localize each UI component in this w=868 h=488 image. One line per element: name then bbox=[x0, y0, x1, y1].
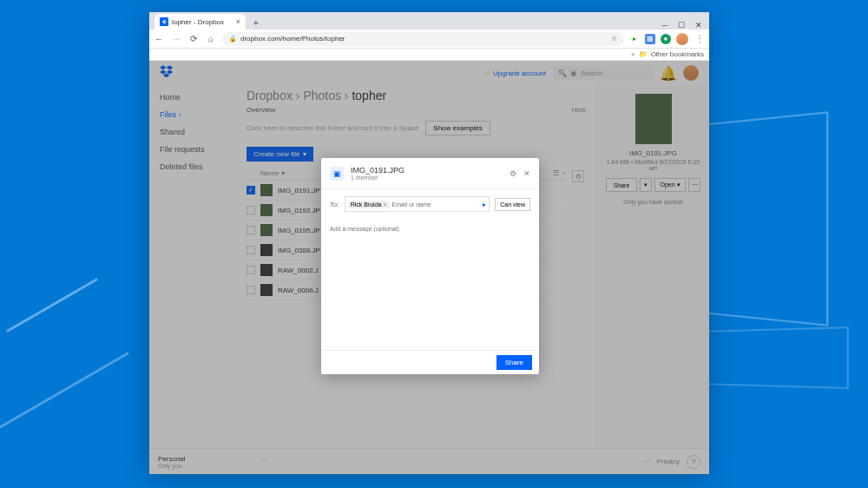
home-icon[interactable]: ⌂ bbox=[205, 33, 217, 45]
gear-icon[interactable]: ⚙ bbox=[510, 169, 516, 178]
url-text: dropbox.com/home/Photos/topher bbox=[240, 35, 345, 43]
email-input[interactable] bbox=[392, 201, 481, 208]
dropbox-favicon: ⬖ bbox=[160, 17, 168, 26]
tab-title: topher - Dropbox bbox=[172, 18, 224, 26]
other-bookmarks[interactable]: Other bookmarks bbox=[651, 50, 704, 58]
close-icon[interactable]: × bbox=[631, 50, 635, 58]
share-modal: ▣ IMG_0191.JPG 1 member ⚙ ✕ To: Rick Bro… bbox=[321, 158, 539, 374]
forward-icon[interactable]: → bbox=[170, 33, 182, 45]
to-label: To: bbox=[330, 201, 339, 208]
remove-chip-icon[interactable]: × bbox=[383, 201, 386, 208]
bookmarks-bar: × 📁 Other bookmarks bbox=[149, 49, 709, 61]
star-icon[interactable]: ☆ bbox=[611, 35, 617, 43]
url-input[interactable]: 🔒 dropbox.com/home/Photos/topher ☆ bbox=[222, 32, 624, 46]
tab-strip: ⬖ topher - Dropbox × + ─ ☐ ✕ bbox=[149, 12, 709, 30]
browser-tab[interactable]: ⬖ topher - Dropbox × bbox=[155, 14, 246, 30]
folder-icon: 📁 bbox=[639, 50, 648, 58]
lock-icon: 🔒 bbox=[229, 36, 237, 43]
extension-icon[interactable]: ▸ bbox=[629, 34, 640, 44]
minimize-icon[interactable]: ─ bbox=[662, 21, 667, 30]
back-icon[interactable]: ← bbox=[153, 33, 165, 45]
reload-icon[interactable]: ⟳ bbox=[187, 33, 200, 45]
extension-icon[interactable]: ● bbox=[661, 34, 671, 44]
maximize-icon[interactable]: ☐ bbox=[678, 21, 685, 30]
to-input[interactable]: Rick Broida × ▸ bbox=[345, 196, 490, 212]
profile-avatar[interactable] bbox=[676, 33, 688, 45]
recipient-chip[interactable]: Rick Broida × bbox=[348, 201, 390, 208]
modal-subtitle: 1 member bbox=[351, 175, 404, 181]
new-tab-button[interactable]: + bbox=[249, 16, 263, 30]
extension-icon[interactable]: ▦ bbox=[645, 34, 655, 44]
close-icon[interactable]: × bbox=[236, 17, 240, 26]
contacts-icon[interactable]: ▸ bbox=[483, 201, 486, 208]
extension-icons: ▸ ▦ ● ⋮ bbox=[629, 33, 706, 45]
address-bar: ← → ⟳ ⌂ 🔒 dropbox.com/home/Photos/topher… bbox=[149, 30, 709, 49]
permission-dropdown[interactable]: Can view bbox=[495, 198, 530, 211]
modal-title: IMG_0191.JPG bbox=[351, 166, 404, 175]
menu-icon[interactable]: ⋮ bbox=[694, 33, 706, 45]
share-submit-button[interactable]: Share bbox=[496, 355, 532, 370]
file-icon: ▣ bbox=[330, 167, 344, 181]
window-controls: ─ ☐ ✕ bbox=[655, 21, 709, 30]
message-input[interactable] bbox=[330, 226, 530, 232]
close-icon[interactable]: ✕ bbox=[523, 169, 530, 178]
close-window-icon[interactable]: ✕ bbox=[695, 21, 702, 30]
